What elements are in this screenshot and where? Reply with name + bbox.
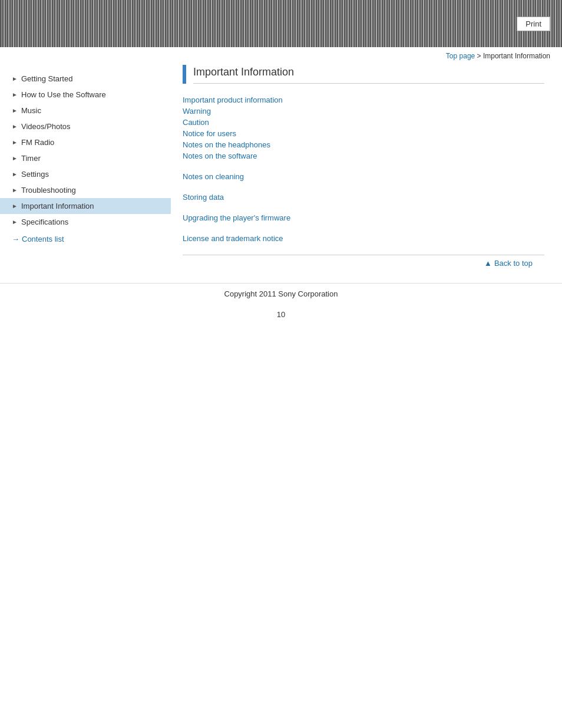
arrow-icon: ► [12, 219, 18, 225]
sidebar-item-troubleshooting[interactable]: ► Troubleshooting [0, 182, 171, 198]
content-links: Important product information Warning Ca… [183, 95, 544, 243]
link-warning[interactable]: Warning [183, 107, 544, 116]
arrow-icon: ► [12, 203, 18, 209]
page-title: Important Information [193, 65, 544, 84]
header-banner: Print [0, 0, 562, 47]
link-caution[interactable]: Caution [183, 118, 544, 127]
breadcrumb-current: Important Information [483, 52, 550, 60]
sidebar-item-label: Specifications [21, 218, 68, 226]
breadcrumb-separator: > [475, 52, 483, 60]
arrow-icon: ► [12, 123, 18, 130]
arrow-icon: ► [12, 75, 18, 82]
sidebar-item-label: Getting Started [21, 74, 72, 83]
sidebar-item-label: Troubleshooting [21, 186, 76, 195]
link-notice-for-users[interactable]: Notice for users [183, 129, 544, 138]
page-title-bar: Important Information [183, 65, 544, 84]
sidebar-item-how-to-use[interactable]: ► How to Use the Software [0, 87, 171, 103]
sidebar-item-important-information[interactable]: ► Important Information [0, 198, 171, 214]
sidebar-item-label: Timer [21, 154, 41, 163]
breadcrumb-top-link[interactable]: Top page [446, 52, 475, 60]
arrow-icon: ► [12, 91, 18, 98]
sidebar: ► Getting Started ► How to Use the Softw… [0, 65, 171, 283]
link-storing-data[interactable]: Storing data [183, 193, 544, 202]
sidebar-item-label: Important Information [21, 202, 94, 210]
sidebar-item-label: FM Radio [21, 138, 54, 147]
content-group-5: License and trademark notice [183, 234, 544, 243]
sidebar-item-videos-photos[interactable]: ► Videos/Photos [0, 118, 171, 134]
arrow-icon: ► [12, 187, 18, 193]
link-notes-cleaning[interactable]: Notes on cleaning [183, 172, 544, 181]
contents-list-label: Contents list [22, 235, 64, 243]
arrow-icon: ► [12, 139, 18, 146]
back-to-top-bar: ▲Back to top [183, 255, 544, 271]
print-button[interactable]: Print [517, 17, 550, 31]
copyright-text: Copyright 2011 Sony Corporation [224, 289, 338, 298]
content-group-3: Storing data [183, 193, 544, 202]
link-license-trademark[interactable]: License and trademark notice [183, 234, 544, 243]
link-notes-software[interactable]: Notes on the software [183, 151, 544, 160]
sidebar-item-fm-radio[interactable]: ► FM Radio [0, 134, 171, 150]
link-upgrading-firmware[interactable]: Upgrading the player's firmware [183, 213, 544, 222]
main-layout: ► Getting Started ► How to Use the Softw… [0, 65, 562, 283]
contents-list-arrow-icon: → [12, 235, 19, 243]
content-area: Important Information Important product … [171, 65, 562, 283]
sidebar-item-settings[interactable]: ► Settings [0, 166, 171, 182]
content-group-2: Notes on cleaning [183, 172, 544, 181]
breadcrumb: Top page > Important Information [0, 47, 562, 65]
back-to-top-label: Back to top [494, 259, 533, 268]
link-important-product-info[interactable]: Important product information [183, 95, 544, 104]
sidebar-item-label: Videos/Photos [21, 122, 71, 131]
sidebar-item-specifications[interactable]: ► Specifications [0, 214, 171, 230]
sidebar-item-label: How to Use the Software [21, 90, 106, 99]
arrow-icon: ► [12, 171, 18, 177]
link-notes-headphones[interactable]: Notes on the headphones [183, 140, 544, 149]
sidebar-item-label: Settings [21, 170, 49, 179]
sidebar-item-music[interactable]: ► Music [0, 103, 171, 118]
sidebar-item-label: Music [21, 106, 41, 115]
sidebar-item-getting-started[interactable]: ► Getting Started [0, 71, 171, 87]
back-to-top-icon: ▲ [484, 259, 492, 268]
content-group-4: Upgrading the player's firmware [183, 213, 544, 222]
back-to-top-link[interactable]: ▲Back to top [484, 259, 533, 268]
page-title-accent [183, 65, 186, 84]
arrow-icon: ► [12, 155, 18, 162]
footer: Copyright 2011 Sony Corporation [0, 283, 562, 304]
arrow-icon: ► [12, 107, 18, 114]
page-number: 10 [0, 304, 562, 325]
contents-list-link[interactable]: → Contents list [0, 230, 171, 248]
sidebar-item-timer[interactable]: ► Timer [0, 150, 171, 166]
content-group-1: Important product information Warning Ca… [183, 95, 544, 160]
